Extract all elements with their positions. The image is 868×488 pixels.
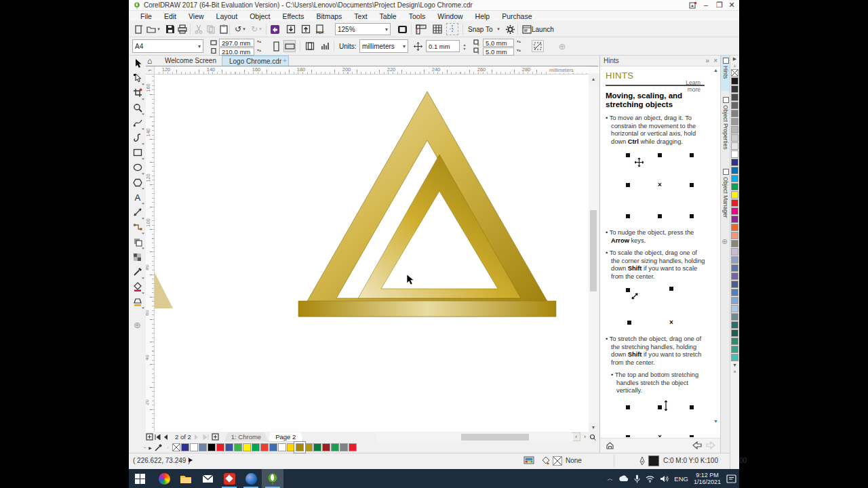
- dimension-tool[interactable]: [129, 205, 146, 220]
- horizontal-scrollbar[interactable]: [376, 433, 573, 441]
- import-icon[interactable]: [285, 23, 297, 35]
- show-rulers-icon[interactable]: [415, 23, 427, 35]
- docker-tab-hints[interactable]: Hints: [721, 56, 730, 91]
- color-swatch[interactable]: [731, 126, 738, 134]
- search-content-icon[interactable]: [269, 23, 281, 35]
- hints-scroll-down-icon[interactable]: ▼: [712, 419, 719, 424]
- snap-to-button[interactable]: Snap To: [468, 26, 493, 33]
- home-tab-icon[interactable]: ⌂: [147, 56, 152, 66]
- color-swatch[interactable]: [731, 240, 738, 247]
- color-swatch[interactable]: [731, 159, 738, 166]
- color-swatch[interactable]: [731, 272, 738, 280]
- add-docker-button[interactable]: ⊕: [722, 237, 728, 246]
- wifi-icon[interactable]: [646, 475, 654, 483]
- current-page-button[interactable]: [319, 40, 331, 52]
- tab-welcome-screen[interactable]: Welcome Screen: [158, 56, 223, 66]
- page-size-combobox[interactable]: A4 ▾: [132, 39, 203, 53]
- color-swatch[interactable]: [731, 264, 738, 272]
- show-grid-icon[interactable]: [431, 23, 443, 35]
- taskbar-file-explorer-icon[interactable]: [175, 469, 197, 488]
- copy-icon[interactable]: [205, 23, 217, 35]
- duplicate-x-field[interactable]: 5.0 mm: [483, 39, 514, 47]
- fill-color-icon[interactable]: [541, 456, 551, 466]
- color-swatch[interactable]: [190, 443, 198, 451]
- duplicate-y-spinner[interactable]: ▾▴: [515, 48, 522, 52]
- page-width-spinner[interactable]: ▾▴: [256, 39, 262, 43]
- color-swatch[interactable]: [731, 175, 738, 182]
- ellipse-tool[interactable]: [129, 160, 146, 175]
- hscroll-right-icon[interactable]: ›: [580, 434, 589, 440]
- menu-item[interactable]: View: [182, 12, 210, 20]
- color-swatch[interactable]: [340, 443, 348, 451]
- smart-fill-tool[interactable]: [129, 294, 146, 309]
- color-swatch[interactable]: [731, 150, 738, 158]
- color-swatch[interactable]: [208, 443, 216, 451]
- page-width-field[interactable]: 297.0 mm: [219, 39, 254, 47]
- taskbar-coreldraw-icon[interactable]: [262, 469, 283, 488]
- outline-pen-icon[interactable]: [639, 456, 646, 466]
- color-swatch[interactable]: [731, 191, 738, 199]
- all-pages-button[interactable]: [304, 40, 316, 52]
- color-swatch[interactable]: [243, 443, 251, 451]
- onedrive-icon[interactable]: [618, 475, 629, 482]
- undo-dropdown[interactable]: ▾: [241, 23, 247, 35]
- units-combobox[interactable]: millimeters ▾: [359, 39, 408, 53]
- docker-collapse-icon[interactable]: »: [706, 57, 710, 64]
- coords-flyout-icon[interactable]: ▶: [189, 457, 193, 463]
- color-swatch[interactable]: [731, 102, 738, 109]
- palette-expand-icon[interactable]: »: [734, 369, 736, 375]
- sign-in-icon[interactable]: [689, 1, 697, 9]
- duplicate-x-spinner[interactable]: ▾▴: [515, 39, 522, 43]
- rectangle-tool[interactable]: [129, 145, 146, 160]
- add-property-icon[interactable]: ⊕: [556, 40, 568, 52]
- color-swatch[interactable]: [731, 134, 738, 142]
- first-page-icon[interactable]: [155, 434, 163, 440]
- scroll-up-icon[interactable]: ▲: [589, 75, 598, 83]
- fullscreen-preview-icon[interactable]: [396, 23, 408, 35]
- connector-tool[interactable]: [129, 220, 146, 235]
- color-eyedropper-tool[interactable]: [129, 264, 146, 279]
- options-gear-icon[interactable]: [504, 23, 516, 35]
- color-swatch[interactable]: [731, 85, 738, 93]
- docker-tab-object-properties[interactable]: Object Properties: [721, 95, 730, 163]
- color-swatch[interactable]: [731, 77, 738, 85]
- color-swatch[interactable]: [731, 248, 738, 256]
- hints-scroll-up-icon[interactable]: ▲: [712, 68, 719, 73]
- page-height-spinner[interactable]: ▾▴: [256, 48, 262, 52]
- color-swatch[interactable]: [216, 443, 224, 451]
- color-swatch[interactable]: [731, 289, 738, 296]
- color-swatch[interactable]: [731, 207, 738, 215]
- color-swatch[interactable]: [331, 443, 339, 451]
- no-color-swatch[interactable]: [731, 69, 738, 77]
- color-swatch[interactable]: [731, 110, 738, 117]
- microphone-icon[interactable]: [634, 474, 640, 483]
- menu-item[interactable]: Table: [374, 12, 403, 20]
- zoom-tool[interactable]: [129, 100, 146, 115]
- close-button[interactable]: ✕: [726, 1, 738, 9]
- drawing-canvas[interactable]: [155, 75, 589, 432]
- transparency-tool[interactable]: [129, 249, 146, 264]
- minimize-button[interactable]: –: [700, 1, 712, 9]
- color-swatch[interactable]: [731, 167, 738, 174]
- color-swatch[interactable]: [304, 443, 313, 451]
- palette-scroll-down-icon[interactable]: ▼: [732, 362, 737, 369]
- taskbar-clock[interactable]: 9:12 PM1/16/2021: [694, 472, 721, 485]
- shape-tool[interactable]: [129, 70, 146, 85]
- horizontal-scroll-thumb[interactable]: [461, 434, 529, 441]
- no-color-swatch[interactable]: [172, 443, 180, 451]
- color-swatch[interactable]: [731, 329, 738, 337]
- color-swatch[interactable]: [731, 338, 738, 345]
- color-swatch[interactable]: [731, 183, 738, 190]
- new-document-icon[interactable]: [133, 23, 145, 35]
- color-swatch[interactable]: [349, 443, 357, 451]
- navigator-icon[interactable]: [589, 434, 598, 441]
- menu-item[interactable]: Layout: [210, 12, 244, 20]
- print-icon[interactable]: [176, 23, 189, 35]
- page-tab-chrome[interactable]: 1: Chrome: [224, 432, 268, 442]
- color-swatch[interactable]: [731, 313, 738, 321]
- menu-item[interactable]: Object: [243, 12, 276, 20]
- palette-scroll-up-icon[interactable]: ▲: [732, 62, 737, 69]
- duplicate-y-field[interactable]: 5.0 mm: [483, 47, 514, 56]
- color-swatch[interactable]: [731, 232, 738, 239]
- ruler-origin[interactable]: ⌐: [146, 66, 155, 75]
